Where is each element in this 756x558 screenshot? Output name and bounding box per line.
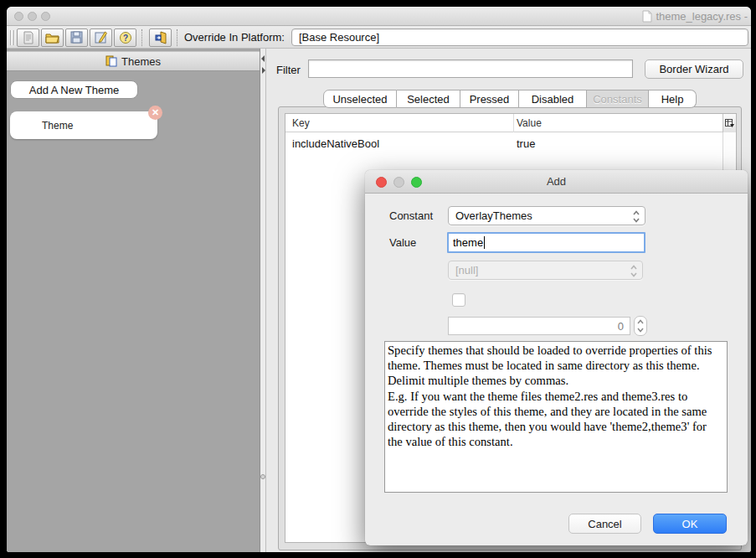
minimize-window-button[interactable] [28, 12, 37, 21]
expand-right-icon[interactable] [262, 67, 265, 74]
row-value-cell[interactable]: true [517, 137, 535, 150]
text-caret [484, 236, 485, 249]
constant-combobox[interactable]: OverlayThemes [448, 206, 645, 225]
column-header-key[interactable]: Key [292, 117, 310, 129]
dialog-titlebar: Add [365, 170, 748, 194]
style-tabs: Unselected Selected Pressed Disabled Con… [323, 90, 697, 108]
tab-disabled[interactable]: Disabled [519, 90, 587, 108]
themes-header: Themes [7, 51, 260, 71]
tab-help[interactable]: Help [649, 90, 697, 108]
override-in-platform-label: Override In Platform: [184, 31, 285, 44]
column-control-icon [725, 119, 734, 128]
themes-sidebar: Themes Add A New Theme Theme ✕ [7, 49, 260, 552]
theme-list-item[interactable]: Theme ✕ [10, 111, 157, 139]
constant-help-text: Specify themes that should be loaded to … [384, 341, 728, 493]
value-input[interactable]: theme [447, 232, 645, 253]
value-label: Value [389, 236, 416, 249]
tab-selected[interactable]: Selected [397, 90, 460, 108]
zoom-window-button[interactable] [41, 12, 50, 21]
platform-combobox[interactable]: [Base Resource] [291, 28, 748, 46]
spinner-stepper-icon [635, 317, 646, 335]
table-header: Key Value [285, 114, 736, 132]
dialog-title: Add [365, 175, 748, 188]
splitter-grip[interactable] [260, 474, 265, 479]
open-button[interactable] [41, 28, 64, 47]
svg-text:?: ? [122, 33, 127, 42]
cancel-button[interactable]: Cancel [568, 514, 641, 534]
document-icon [642, 10, 652, 23]
row-key-cell[interactable]: includeNativeBool [292, 137, 379, 150]
delete-theme-icon[interactable]: ✕ [148, 106, 162, 120]
help-button[interactable]: ? [114, 28, 136, 47]
border-wizard-button[interactable]: Border Wizard [645, 59, 743, 79]
screen: theme_legacy.res - [0, 0, 756, 558]
tab-pressed[interactable]: Pressed [460, 90, 519, 108]
help-icon: ? [119, 31, 132, 44]
ok-button[interactable]: OK [653, 514, 727, 534]
toolbar: ? Override In Platform: [Base Resource] [7, 27, 751, 49]
combo-stepper-icon [632, 209, 640, 224]
toolbar-drag-handle[interactable] [10, 30, 12, 45]
exit-icon [154, 31, 167, 44]
sidebar-splitter[interactable] [260, 49, 266, 552]
exit-button[interactable] [149, 28, 172, 47]
table-row[interactable]: includeNativeBool true [285, 132, 723, 154]
open-folder-icon [45, 32, 59, 44]
toolbar-separator [177, 29, 177, 46]
save-as-button[interactable] [90, 28, 112, 47]
new-document-button[interactable] [17, 28, 39, 47]
themes-icon [105, 55, 117, 67]
tab-unselected[interactable]: Unselected [323, 90, 397, 108]
tab-constants[interactable]: Constants [587, 90, 649, 108]
column-header-value[interactable]: Value [517, 117, 542, 129]
add-constant-dialog: Add Constant OverlayThemes Value theme [… [365, 170, 748, 545]
combo-stepper-icon [630, 264, 638, 278]
spinner-stepper[interactable] [634, 316, 647, 336]
save-button[interactable] [65, 28, 88, 47]
filter-input[interactable] [308, 59, 633, 78]
filter-label: Filter [276, 64, 301, 76]
null-combobox: [null] [448, 261, 643, 280]
save-icon [70, 31, 83, 44]
collapse-left-icon[interactable] [261, 55, 265, 62]
window-title: theme_legacy.res - [642, 9, 748, 23]
constant-label: Constant [389, 209, 433, 222]
column-divider [513, 114, 514, 132]
number-spinner-field[interactable]: 0 [448, 317, 630, 335]
toolbar-separator [141, 29, 142, 46]
add-new-theme-button[interactable]: Add A New Theme [10, 80, 138, 99]
new-document-icon [23, 31, 34, 44]
toolbar-drag-handle[interactable] [13, 30, 15, 45]
column-control-button[interactable] [723, 114, 736, 132]
window-titlebar: theme_legacy.res - [7, 7, 751, 26]
close-window-button[interactable] [14, 12, 23, 21]
boolean-checkbox[interactable] [452, 293, 465, 307]
save-edit-icon [95, 31, 108, 44]
